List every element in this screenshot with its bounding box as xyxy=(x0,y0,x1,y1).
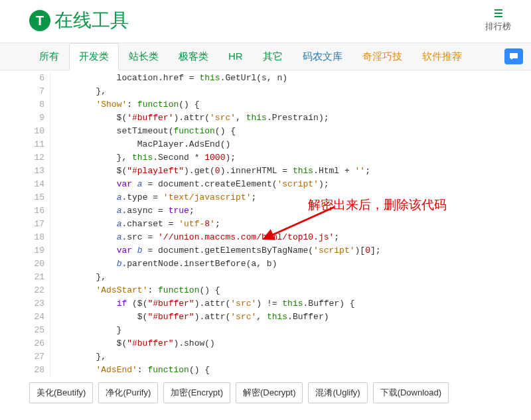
site-title: 在线工具 xyxy=(54,8,129,33)
line-number: 21 xyxy=(32,271,44,284)
code-line[interactable]: var a = document.createElement('script')… xyxy=(54,178,520,191)
list-icon xyxy=(485,9,511,21)
rank-link[interactable]: 排行榜 xyxy=(485,9,511,33)
line-number: 25 xyxy=(32,324,44,337)
line-number: 9 xyxy=(32,111,44,125)
purify-button[interactable]: 净化(Purify) xyxy=(98,382,158,403)
download-button[interactable]: 下载(Download) xyxy=(373,382,449,403)
line-number: 26 xyxy=(32,337,44,350)
code-area[interactable]: location.href = this.GetUrl(s, n) }, 'Sh… xyxy=(50,72,524,378)
code-line[interactable]: b.parentNode.insertBefore(a, b) xyxy=(54,257,520,271)
tab-geek[interactable]: 极客类 xyxy=(169,43,218,70)
uglify-button[interactable]: 混淆(Uglify) xyxy=(308,382,367,403)
line-number: 15 xyxy=(32,191,44,204)
tab-webmaster[interactable]: 站长类 xyxy=(119,43,169,70)
line-number: 14 xyxy=(32,178,44,191)
beautify-button[interactable]: 美化(Beutify) xyxy=(29,382,93,403)
line-number: 27 xyxy=(32,350,44,364)
code-line[interactable]: $("#buffer").show() xyxy=(54,337,520,350)
line-number: 11 xyxy=(32,138,44,151)
tab-docs[interactable]: 码农文库 xyxy=(293,43,352,70)
line-number: 7 xyxy=(32,85,44,98)
logo-wrap[interactable]: T 在线工具 xyxy=(29,8,129,33)
code-line[interactable]: }, xyxy=(54,85,520,98)
code-editor[interactable]: 6789101112131415161718192021222324252627… xyxy=(29,72,524,378)
logo-icon: T xyxy=(29,10,50,31)
chat-button[interactable] xyxy=(504,48,523,64)
code-line[interactable]: $('#buffer').attr('src', this.Prestrain)… xyxy=(54,111,520,125)
code-line[interactable]: }, xyxy=(54,350,520,364)
header: T 在线工具 排行榜 xyxy=(0,0,531,38)
button-bar: 美化(Beutify) 净化(Purify) 加密(Encrypt) 解密(De… xyxy=(0,378,531,403)
tab-dev[interactable]: 开发类 xyxy=(69,43,119,70)
line-number: 24 xyxy=(32,311,44,324)
tab-tricks[interactable]: 奇淫巧技 xyxy=(352,43,412,70)
code-line[interactable]: a.charset = 'utf-8'; xyxy=(54,218,520,231)
line-number: 12 xyxy=(32,151,44,165)
line-number: 20 xyxy=(32,257,44,271)
line-number: 17 xyxy=(32,218,44,231)
code-line[interactable]: setTimeout(function() { xyxy=(54,125,520,138)
encrypt-button[interactable]: 加密(Encrypt) xyxy=(163,382,230,403)
tab-other[interactable]: 其它 xyxy=(253,43,293,70)
line-number: 18 xyxy=(32,231,44,244)
tab-all[interactable]: 所有 xyxy=(29,43,69,70)
tab-software[interactable]: 软件推荐 xyxy=(412,43,472,70)
line-number: 19 xyxy=(32,244,44,257)
code-line[interactable]: location.href = this.GetUrl(s, n) xyxy=(54,72,520,85)
code-line[interactable]: }, this.Second * 1000); xyxy=(54,151,520,165)
line-gutter: 6789101112131415161718192021222324252627… xyxy=(29,72,50,378)
chat-icon xyxy=(509,52,518,60)
code-line[interactable]: } xyxy=(54,324,520,337)
tab-hr[interactable]: HR xyxy=(218,43,253,70)
line-number: 16 xyxy=(32,204,44,218)
code-line[interactable]: 'AdsEnd': function() { xyxy=(54,364,520,377)
code-line[interactable]: if ($("#buffer").attr('src') != this.Buf… xyxy=(54,297,520,311)
code-line[interactable]: a.src = '//union.maccms.com/html/top10.j… xyxy=(54,231,520,244)
line-number: 6 xyxy=(32,72,44,85)
line-number: 23 xyxy=(32,297,44,311)
line-number: 13 xyxy=(32,165,44,178)
line-number: 8 xyxy=(32,98,44,111)
code-line[interactable]: $("#buffer").attr('src', this.Buffer) xyxy=(54,311,520,324)
code-line[interactable]: a.async = true; xyxy=(54,204,520,218)
code-line[interactable]: 'AdsStart': function() { xyxy=(54,284,520,297)
editor-wrap: 6789101112131415161718192021222324252627… xyxy=(29,72,524,378)
line-number: 22 xyxy=(32,284,44,297)
rank-label: 排行榜 xyxy=(485,21,511,33)
code-line[interactable]: a.type = 'text/javascript'; xyxy=(54,191,520,204)
line-number: 28 xyxy=(32,364,44,377)
decrypt-button[interactable]: 解密(Decrypt) xyxy=(236,382,303,403)
code-line[interactable]: $("#playleft").get(0).innerHTML = this.H… xyxy=(54,165,520,178)
code-line[interactable]: MacPlayer.AdsEnd() xyxy=(54,138,520,151)
code-line[interactable]: }, xyxy=(54,271,520,284)
nav-tabs: 所有 开发类 站长类 极客类 HR 其它 码农文库 奇淫巧技 软件推荐 xyxy=(29,43,472,70)
code-line[interactable]: $("#buffer").hide() xyxy=(54,377,520,378)
code-line[interactable]: var b = document.getElementsByTagName('s… xyxy=(54,244,520,257)
navbar: 所有 开发类 站长类 极客类 HR 其它 码农文库 奇淫巧技 软件推荐 xyxy=(0,42,531,70)
line-number: 10 xyxy=(32,125,44,138)
line-number: 29 xyxy=(32,377,44,378)
code-line[interactable]: 'Show': function() { xyxy=(54,98,520,111)
